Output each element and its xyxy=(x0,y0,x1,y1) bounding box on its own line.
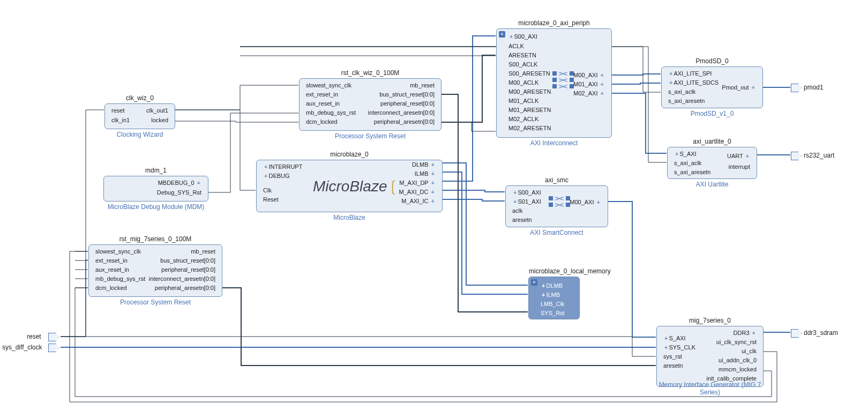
port-ap-m02aresetn[interactable]: M02_ARESETN xyxy=(508,125,551,131)
port-clkwiz-locked[interactable]: locked xyxy=(151,117,168,123)
port-rstclk-bus[interactable]: bus_struct_reset[0:0] xyxy=(379,91,435,98)
mig-title: mig_7series_0 xyxy=(657,317,763,324)
port-rstclk-ext[interactable]: ext_reset_in xyxy=(306,91,338,98)
block-pmodsd[interactable]: PmodSD_0 +AXI_LITE_SPI +AXI_LITE_SDCS s_… xyxy=(661,66,763,108)
port-uart-aclk[interactable]: s_axi_aclk xyxy=(674,160,701,166)
port-ap-m00aresetn[interactable]: M00_ARESETN xyxy=(508,88,551,95)
port-rstclk-interconn[interactable]: interconnect_aresetn[0:0] xyxy=(368,109,435,116)
port-rstclk-periphar[interactable]: peripheral_aresetn[0:0] xyxy=(374,118,435,125)
ext-port-sysdiffclock[interactable] xyxy=(48,344,59,352)
port-rstmig-slowest[interactable]: slowest_sync_clk xyxy=(95,248,141,255)
port-mb-maxiic[interactable]: M_AXI_IC + xyxy=(401,198,436,204)
port-mig-sysrst[interactable]: sys_rst xyxy=(663,353,682,360)
port-pmodsd-aclk[interactable]: s_axi_aclk xyxy=(668,88,695,95)
port-rstclk-aux[interactable]: aux_reset_in xyxy=(306,100,340,107)
block-rst-mig[interactable]: rst_mig_7series_0_100M slowest_sync_clk … xyxy=(88,244,222,297)
port-smc-aclk[interactable]: aclk xyxy=(512,207,523,214)
ext-port-pmod1[interactable] xyxy=(791,84,802,92)
port-rstmig-periphar[interactable]: peripheral_aresetn[0:0] xyxy=(155,285,215,291)
port-ap-m02aclk[interactable]: M02_ACLK xyxy=(508,116,538,122)
port-uart-aresetn[interactable]: s_axi_aresetn xyxy=(674,169,711,175)
port-mig-uiclk[interactable]: ui_clk xyxy=(742,348,757,354)
port-lm-ilmb[interactable]: +ILMB xyxy=(541,292,560,298)
pmodsd-footer: PmodSD_v1_0 xyxy=(662,110,762,117)
port-mig-uiclksyncrst[interactable]: ui_clk_sync_rst xyxy=(716,339,757,345)
port-ap-s00aresetn[interactable]: S00_ARESETN xyxy=(508,70,550,77)
ext-port-reset[interactable] xyxy=(48,333,59,341)
port-mb-ilmb[interactable]: ILMB + xyxy=(415,170,436,177)
port-ap-m00aclk[interactable]: M00_ACLK xyxy=(508,79,538,86)
block-clk-wiz[interactable]: clk_wiz_0 reset clk_in1 clk_out1 locked … xyxy=(104,103,175,129)
port-smc-aresetn[interactable]: aresetn xyxy=(512,217,532,223)
port-ap-m01aclk[interactable]: M01_ACLK xyxy=(508,98,538,104)
port-mig-aresetn[interactable]: aresetn xyxy=(663,362,683,369)
port-lm-sysrst[interactable]: SYS_Rst xyxy=(541,310,565,316)
axi-smc-footer: AXI SmartConnect xyxy=(506,229,608,236)
port-rstclk-slowest[interactable]: slowest_sync_clk xyxy=(306,82,351,88)
port-rstmig-mbreset[interactable]: mb_reset xyxy=(191,248,215,255)
port-ap-m00[interactable]: M00_AXI + xyxy=(573,72,605,78)
port-uart-uart[interactable]: UART + xyxy=(727,153,750,159)
expand-icon-lm[interactable]: + xyxy=(531,279,537,286)
block-axi-smc[interactable]: axi_smc +S00_AXI +S01_AXI aclk aresetn M… xyxy=(505,185,608,227)
ext-port-ddr3sdram[interactable] xyxy=(791,329,802,338)
port-mig-mmcmlocked[interactable]: mmcm_locked xyxy=(719,366,757,372)
port-mig-ddr3[interactable]: DDR3 + xyxy=(734,330,757,336)
ext-port-rs232uart-label: rs232_uart xyxy=(804,152,834,159)
port-rstmig-dcm[interactable]: dcm_locked xyxy=(95,285,127,291)
port-rstclk-mb[interactable]: mb_debug_sys_rst xyxy=(306,109,356,116)
block-microblaze[interactable]: microblaze_0 +INTERRUPT +DEBUG Clk Reset… xyxy=(256,160,443,212)
port-clkwiz-reset[interactable]: reset xyxy=(111,107,124,114)
port-lm-dlmb[interactable]: +DLMB xyxy=(541,282,563,289)
block-uartlite[interactable]: axi_uartlite_0 +S_AXI s_axi_aclk s_axi_a… xyxy=(667,147,757,179)
port-smc-m00[interactable]: M00_AXI + xyxy=(570,199,601,205)
expand-icon[interactable]: + xyxy=(499,31,505,38)
port-mb-clk[interactable]: Clk xyxy=(263,187,272,193)
port-rstclk-mbreset[interactable]: mb_reset xyxy=(410,82,435,88)
port-smc-s00[interactable]: +S00_AXI xyxy=(512,189,541,196)
port-mig-uiaddnclk[interactable]: ui_addn_clk_0 xyxy=(719,357,757,363)
port-mb-interrupt[interactable]: +INTERRUPT xyxy=(263,163,302,170)
port-smc-s01[interactable]: +S01_AXI xyxy=(512,198,541,205)
port-ap-m01[interactable]: M01_AXI + xyxy=(573,81,605,87)
port-clkwiz-clkin1[interactable]: clk_in1 xyxy=(111,117,130,123)
ext-port-rs232uart[interactable] xyxy=(791,152,802,160)
port-ap-s00aclk[interactable]: S00_ACLK xyxy=(508,61,537,68)
port-rstmig-periph[interactable]: peripheral_reset[0:0] xyxy=(161,266,215,273)
port-ap-m01aresetn[interactable]: M01_ARESETN xyxy=(508,107,551,113)
port-pmodsd-sdcs[interactable]: +AXI_LITE_SDCS xyxy=(668,79,719,86)
port-mb-reset[interactable]: Reset xyxy=(263,196,279,203)
port-rstmig-mb[interactable]: mb_debug_sys_rst xyxy=(95,275,145,282)
port-rstclk-periph[interactable]: peripheral_reset[0:0] xyxy=(380,100,435,107)
port-uart-interrupt[interactable]: interrupt xyxy=(729,163,750,170)
port-mig-sysclk[interactable]: +SYS_CLK xyxy=(663,344,695,351)
port-rstclk-dcm[interactable]: dcm_locked xyxy=(306,118,338,125)
block-mig[interactable]: mig_7series_0 +S_AXI +SYS_CLK sys_rst ar… xyxy=(656,326,764,387)
block-local-memory[interactable]: + microblaze_0_local_memory +DLMB +ILMB … xyxy=(528,277,580,319)
port-ap-m02[interactable]: M02_AXI + xyxy=(573,90,605,96)
port-ap-aclk[interactable]: ACLK xyxy=(508,43,524,49)
port-pmodsd-aresetn[interactable]: s_axi_aresetn xyxy=(668,98,705,104)
port-mdm-mbdebug[interactable]: MBDEBUG_0 + xyxy=(158,180,201,186)
port-lm-lmbclk[interactable]: LMB_Clk xyxy=(541,301,565,307)
port-uart-saxi[interactable]: +S_AXI xyxy=(674,151,697,157)
port-mb-dlmb[interactable]: DLMB + xyxy=(412,161,436,168)
port-mig-saxi[interactable]: +S_AXI xyxy=(663,335,686,341)
block-mdm[interactable]: mdm_1 MBDEBUG_0 + Debug_SYS_Rst MicroBla… xyxy=(103,176,208,202)
port-rstmig-aux[interactable]: aux_reset_in xyxy=(95,266,129,273)
port-pmodsd-spi[interactable]: +AXI_LITE_SPI xyxy=(668,70,712,77)
port-mb-maxidc[interactable]: M_AXI_DC + xyxy=(399,189,436,195)
block-rst-clk[interactable]: rst_clk_wiz_0_100M slowest_sync_clk ext_… xyxy=(299,78,442,131)
port-pmodsd-pmodout[interactable]: Pmod_out + xyxy=(722,84,756,91)
port-rstmig-interconn[interactable]: interconnect_aresetn[0:0] xyxy=(149,275,215,282)
port-mdm-debugsysrst[interactable]: Debug_SYS_Rst xyxy=(157,189,201,196)
port-mb-debug[interactable]: +DEBUG xyxy=(263,173,290,179)
port-mb-maxidp[interactable]: M_AXI_DP + xyxy=(399,180,436,186)
port-rstmig-ext[interactable]: ext_reset_in xyxy=(95,257,128,264)
port-rstmig-bus[interactable]: bus_struct_reset[0:0] xyxy=(160,257,215,264)
port-ap-s00axi[interactable]: +S00_AXI xyxy=(508,33,537,40)
block-axi-periph[interactable]: + microblaze_0_axi_periph +S00_AXI ACLK … xyxy=(496,28,612,138)
port-clkwiz-clkout1[interactable]: clk_out1 xyxy=(146,107,168,114)
port-ap-aresetn[interactable]: ARESETN xyxy=(508,52,536,58)
rst-mig-footer: Processor System Reset xyxy=(89,299,222,306)
